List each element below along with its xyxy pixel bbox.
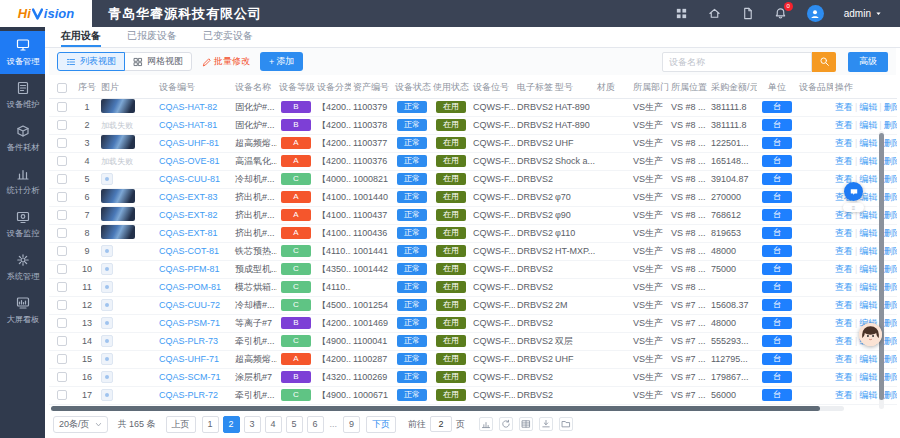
select-all-checkbox[interactable]	[57, 83, 67, 93]
sidebar-item-device-monitor[interactable]: 设备监控	[0, 203, 45, 246]
edit-link[interactable]: 编辑	[859, 372, 877, 382]
assistant-avatar[interactable]	[859, 323, 882, 346]
view-link[interactable]: 查看	[835, 336, 853, 346]
row-checkbox[interactable]	[57, 390, 67, 400]
goto-page-input[interactable]	[430, 416, 452, 432]
view-link[interactable]: 查看	[835, 228, 853, 238]
horizontal-scrollbar-thumb[interactable]	[51, 406, 820, 411]
batch-edit-button[interactable]: 批量修改	[202, 55, 250, 68]
document-icon[interactable]	[741, 7, 754, 20]
vertical-scrollbar-thumb[interactable]	[879, 133, 884, 400]
delete-link[interactable]: 删除	[884, 138, 897, 148]
tab-2[interactable]: 已变卖设备	[203, 27, 253, 47]
edit-link[interactable]: 编辑	[859, 102, 877, 112]
add-button[interactable]: + 添加	[260, 52, 303, 71]
image-placeholder-icon[interactable]	[101, 353, 113, 365]
row-checkbox[interactable]	[57, 246, 67, 256]
page-size-select[interactable]: 20条/页	[53, 416, 108, 433]
search-button[interactable]	[812, 52, 836, 72]
delete-link[interactable]: 删除	[884, 264, 897, 274]
device-code-link[interactable]: CQAS-PLR-72	[159, 390, 218, 400]
chat-support-button[interactable]	[844, 182, 863, 201]
edit-link[interactable]: 编辑	[859, 174, 877, 184]
grid-view-button[interactable]: 网格视图	[124, 52, 192, 71]
row-checkbox[interactable]	[57, 102, 67, 112]
home-icon[interactable]	[708, 7, 721, 20]
page-ellipsis[interactable]: ...	[328, 419, 340, 429]
delete-link[interactable]: 删除	[884, 210, 897, 220]
sidebar-item-statistics[interactable]: 统计分析	[0, 160, 45, 203]
view-link[interactable]: 查看	[835, 354, 853, 364]
row-checkbox[interactable]	[57, 210, 67, 220]
search-input[interactable]	[662, 52, 812, 72]
row-checkbox[interactable]	[57, 174, 67, 184]
image-placeholder-icon[interactable]	[101, 299, 113, 311]
row-checkbox[interactable]	[57, 282, 67, 292]
device-code-link[interactable]: CQAS-HAT-82	[159, 102, 217, 112]
edit-link[interactable]: 编辑	[859, 120, 877, 130]
page-button-2[interactable]: 2	[223, 416, 240, 433]
device-code-link[interactable]: CQAS-HAT-81	[159, 120, 217, 130]
image-placeholder-icon[interactable]	[101, 281, 113, 293]
delete-link[interactable]: 删除	[884, 174, 897, 184]
device-photo[interactable]	[101, 207, 135, 221]
device-code-link[interactable]: CQAS-PLR-73	[159, 336, 218, 346]
image-placeholder-icon[interactable]	[101, 173, 113, 185]
view-link[interactable]: 查看	[835, 156, 853, 166]
edit-link[interactable]: 编辑	[859, 282, 877, 292]
view-link[interactable]: 查看	[835, 246, 853, 256]
chart-icon[interactable]	[479, 417, 493, 431]
delete-link[interactable]: 删除	[884, 192, 897, 202]
view-link[interactable]: 查看	[835, 138, 853, 148]
device-code-link[interactable]: CQAS-POM-81	[159, 282, 221, 292]
advanced-search-button[interactable]: 高级	[848, 52, 888, 72]
list-view-button[interactable]: 列表视图	[57, 52, 125, 71]
device-photo[interactable]	[101, 135, 135, 149]
view-link[interactable]: 查看	[835, 300, 853, 310]
row-checkbox[interactable]	[57, 228, 67, 238]
device-photo[interactable]	[101, 99, 135, 113]
folder-icon[interactable]	[559, 417, 573, 431]
view-link[interactable]: 查看	[835, 372, 853, 382]
delete-link[interactable]: 删除	[884, 246, 897, 256]
row-checkbox[interactable]	[57, 318, 67, 328]
edit-link[interactable]: 编辑	[859, 300, 877, 310]
device-code-link[interactable]: CQAS-PSM-71	[159, 318, 220, 328]
sidebar-item-system-manage[interactable]: 系统管理	[0, 246, 45, 289]
sidebar-item-spare-parts[interactable]: 备件耗材	[0, 117, 45, 160]
page-button-9[interactable]: 9	[343, 416, 360, 433]
sidebar-item-dashboard[interactable]: 大屏看板	[0, 289, 45, 332]
delete-link[interactable]: 删除	[884, 120, 897, 130]
view-link[interactable]: 查看	[835, 102, 853, 112]
row-checkbox[interactable]	[57, 192, 67, 202]
edit-link[interactable]: 编辑	[859, 138, 877, 148]
device-code-link[interactable]: CQAS-UHF-71	[159, 354, 219, 364]
edit-link[interactable]: 编辑	[859, 354, 877, 364]
device-code-link[interactable]: CQAS-CUU-72	[159, 300, 220, 310]
view-link[interactable]: 查看	[835, 120, 853, 130]
prev-page-button[interactable]: 上页	[166, 416, 196, 433]
edit-link[interactable]: 编辑	[859, 264, 877, 274]
row-checkbox[interactable]	[57, 156, 67, 166]
device-code-link[interactable]: CQAS-CUU-81	[159, 174, 220, 184]
user-avatar[interactable]	[807, 5, 824, 22]
refresh-icon[interactable]	[499, 417, 513, 431]
sidebar-item-device-maintain[interactable]: 设备维护	[0, 74, 45, 117]
user-menu[interactable]: admin	[844, 8, 882, 19]
apps-icon[interactable]	[675, 7, 688, 20]
edit-link[interactable]: 编辑	[859, 246, 877, 256]
sidebar-item-device-manage[interactable]: 设备管理	[0, 31, 45, 74]
image-placeholder-icon[interactable]	[101, 245, 113, 257]
device-code-link[interactable]: CQAS-PFM-81	[159, 264, 220, 274]
page-button-5[interactable]: 5	[286, 416, 303, 433]
device-code-link[interactable]: CQAS-UHF-81	[159, 138, 219, 148]
view-link[interactable]: 查看	[835, 318, 853, 328]
image-placeholder-icon[interactable]	[101, 371, 113, 383]
delete-link[interactable]: 删除	[884, 300, 897, 310]
delete-link[interactable]: 删除	[884, 372, 897, 382]
row-checkbox[interactable]	[57, 264, 67, 274]
view-link[interactable]: 查看	[835, 390, 853, 400]
download-icon[interactable]	[539, 417, 553, 431]
view-link[interactable]: 查看	[835, 282, 853, 292]
image-placeholder-icon[interactable]	[101, 389, 113, 401]
